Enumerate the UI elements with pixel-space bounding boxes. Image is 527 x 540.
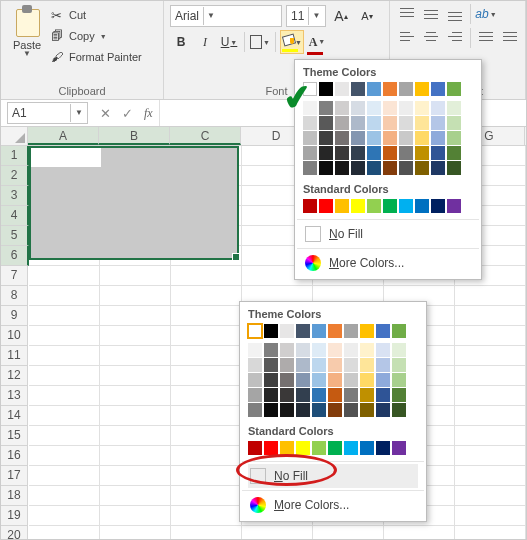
color-swatch[interactable]	[335, 101, 349, 115]
color-swatch[interactable]	[399, 116, 413, 130]
color-swatch[interactable]	[360, 358, 374, 372]
color-swatch[interactable]	[328, 358, 342, 372]
decrease-indent-button[interactable]	[475, 27, 497, 49]
row-header[interactable]: 9	[1, 306, 28, 326]
color-swatch[interactable]	[319, 146, 333, 160]
row-header[interactable]: 12	[1, 366, 28, 386]
font-size-combo[interactable]: 11▼	[286, 5, 326, 27]
color-swatch[interactable]	[312, 324, 326, 338]
copy-button[interactable]: Copy▼	[51, 26, 142, 46]
color-swatch[interactable]	[399, 199, 413, 213]
color-swatch[interactable]	[383, 101, 397, 115]
format-painter-button[interactable]: Format Painter	[51, 47, 142, 67]
color-swatch[interactable]	[360, 324, 374, 338]
color-swatch[interactable]	[264, 403, 278, 417]
color-swatch[interactable]	[280, 373, 294, 387]
color-swatch[interactable]	[264, 441, 278, 455]
color-swatch[interactable]	[399, 82, 413, 96]
color-swatch[interactable]	[296, 373, 310, 387]
color-swatch[interactable]	[248, 441, 262, 455]
color-swatch[interactable]	[383, 116, 397, 130]
color-swatch[interactable]	[399, 131, 413, 145]
accept-formula-button[interactable]: ✓	[116, 106, 138, 121]
color-swatch[interactable]	[351, 116, 365, 130]
row-header[interactable]: 14	[1, 406, 28, 426]
font-color-button[interactable]: A▼	[306, 31, 328, 53]
align-middle-button[interactable]	[420, 3, 442, 25]
color-swatch[interactable]	[328, 343, 342, 357]
color-swatch[interactable]	[415, 101, 429, 115]
color-swatch[interactable]	[248, 343, 262, 357]
color-swatch[interactable]	[392, 324, 406, 338]
row-header[interactable]: 19	[1, 506, 28, 526]
color-swatch[interactable]	[376, 324, 390, 338]
color-swatch[interactable]	[360, 403, 374, 417]
color-swatch[interactable]	[296, 403, 310, 417]
row-header[interactable]: 20	[1, 526, 28, 540]
color-swatch[interactable]	[367, 131, 381, 145]
color-swatch[interactable]	[248, 324, 262, 338]
color-swatch[interactable]	[392, 343, 406, 357]
color-swatch[interactable]	[303, 199, 317, 213]
color-swatch[interactable]	[264, 324, 278, 338]
color-swatch[interactable]	[248, 358, 262, 372]
color-swatch[interactable]	[415, 82, 429, 96]
cut-button[interactable]: Cut	[51, 5, 142, 25]
color-swatch[interactable]	[399, 161, 413, 175]
color-swatch[interactable]	[303, 116, 317, 130]
color-swatch[interactable]	[328, 388, 342, 402]
color-swatch[interactable]	[312, 388, 326, 402]
color-swatch[interactable]	[431, 82, 445, 96]
color-swatch[interactable]	[296, 358, 310, 372]
color-swatch[interactable]	[335, 146, 349, 160]
align-right-button[interactable]	[444, 27, 466, 49]
paste-button[interactable]: Paste ▼	[7, 3, 47, 67]
row-header[interactable]: 17	[1, 466, 28, 486]
color-swatch[interactable]	[312, 358, 326, 372]
color-swatch[interactable]	[392, 388, 406, 402]
color-swatch[interactable]	[392, 441, 406, 455]
color-swatch[interactable]	[399, 146, 413, 160]
color-swatch[interactable]	[351, 146, 365, 160]
color-swatch[interactable]	[344, 373, 358, 387]
row-header[interactable]: 1	[1, 146, 29, 166]
color-swatch[interactable]	[376, 441, 390, 455]
color-swatch[interactable]	[312, 403, 326, 417]
color-swatch[interactable]	[335, 82, 349, 96]
row-header[interactable]: 13	[1, 386, 28, 406]
row-header[interactable]: 18	[1, 486, 28, 506]
row-header[interactable]: 15	[1, 426, 28, 446]
color-swatch[interactable]	[415, 161, 429, 175]
color-swatch[interactable]	[328, 373, 342, 387]
color-swatch[interactable]	[431, 101, 445, 115]
color-swatch[interactable]	[319, 131, 333, 145]
color-swatch[interactable]	[447, 131, 461, 145]
color-swatch[interactable]	[431, 131, 445, 145]
row-header[interactable]: 16	[1, 446, 28, 466]
color-swatch[interactable]	[280, 403, 294, 417]
color-swatch[interactable]	[367, 101, 381, 115]
underline-button[interactable]: U▼	[218, 31, 240, 53]
color-swatch[interactable]	[392, 358, 406, 372]
orientation-button[interactable]: ab▼	[475, 3, 497, 25]
increase-indent-button[interactable]	[499, 27, 521, 49]
row-header[interactable]: 8	[1, 286, 28, 306]
color-swatch[interactable]	[383, 82, 397, 96]
color-swatch[interactable]	[376, 373, 390, 387]
color-swatch[interactable]	[296, 324, 310, 338]
color-swatch[interactable]	[264, 388, 278, 402]
color-swatch[interactable]	[280, 388, 294, 402]
align-bottom-button[interactable]	[444, 3, 466, 25]
fill-handle[interactable]	[232, 253, 240, 261]
color-swatch[interactable]	[248, 403, 262, 417]
color-swatch[interactable]	[280, 343, 294, 357]
color-swatch[interactable]	[383, 131, 397, 145]
color-swatch[interactable]	[344, 343, 358, 357]
color-swatch[interactable]	[367, 116, 381, 130]
more-colors-item[interactable]: More Colors...	[303, 251, 473, 275]
color-swatch[interactable]	[328, 441, 342, 455]
color-swatch[interactable]	[431, 146, 445, 160]
row-header[interactable]: 2	[1, 166, 29, 186]
color-swatch[interactable]	[303, 161, 317, 175]
color-swatch[interactable]	[360, 388, 374, 402]
